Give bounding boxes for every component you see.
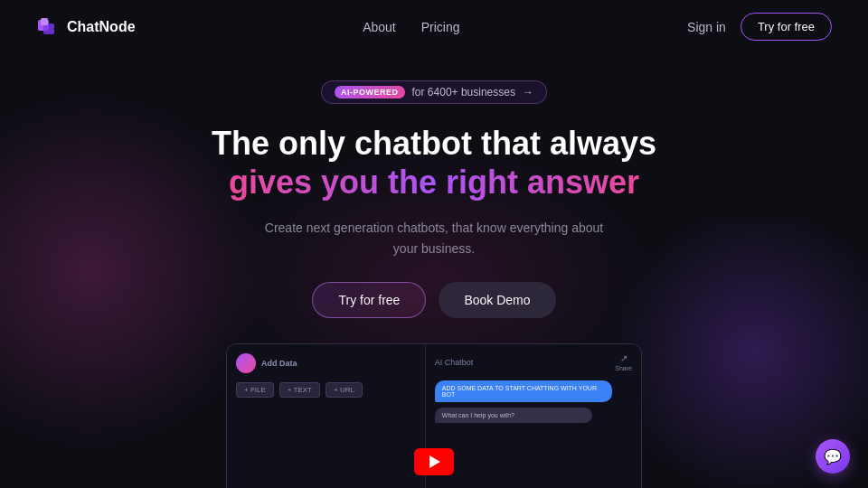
try-free-hero-button[interactable]: Try for free (312, 282, 426, 318)
nav-link-about[interactable]: About (363, 20, 396, 34)
hero-title-line2: gives you the right answer (229, 164, 639, 201)
chat-widget-button[interactable]: 💬 (816, 439, 850, 474)
try-free-nav-button[interactable]: Try for free (741, 13, 832, 41)
preview-left-title: Add Data (261, 359, 297, 368)
chat-message-2: What can I help you with? (435, 408, 593, 423)
share-icon: ↗ (620, 353, 627, 363)
add-url-button[interactable]: + URL (326, 382, 363, 398)
svg-rect-2 (41, 18, 48, 25)
preview-left-header: Add Data (236, 353, 416, 373)
nav-link-pricing[interactable]: Pricing (421, 20, 460, 34)
hero-buttons: Try for free Book Demo (312, 282, 555, 318)
nav-links: About Pricing (363, 20, 459, 34)
preview-left-panel: Add Data + FILE + TEXT + URL (227, 344, 426, 488)
add-text-button[interactable]: + TEXT (279, 382, 320, 398)
preview-right-header: AI Chatbot ↗ Share (435, 353, 632, 371)
preview-chatbot-title: AI Chatbot (435, 358, 474, 367)
hero-section: AI-POWERED for 6400+ businesses → The on… (0, 53, 868, 318)
ai-badge[interactable]: AI-POWERED for 6400+ businesses → (321, 80, 547, 104)
preview-avatar (236, 353, 256, 373)
logo-text: ChatNode (67, 19, 136, 35)
nav-actions: Sign in Try for free (687, 13, 832, 41)
book-demo-button[interactable]: Book Demo (439, 282, 555, 318)
chat-message-1: ADD SOME DATA TO START CHATTING WITH YOU… (435, 380, 612, 402)
chat-widget-icon: 💬 (824, 448, 842, 465)
share-button[interactable]: ↗ Share (615, 353, 632, 371)
logo[interactable]: ChatNode (36, 14, 136, 40)
sign-in-button[interactable]: Sign in (687, 20, 726, 34)
share-label: Share (615, 365, 632, 371)
preview-right-panel: AI Chatbot ↗ Share ADD SOME DATA TO STAR… (426, 344, 641, 488)
youtube-play-button[interactable] (414, 448, 454, 475)
hero-title-line1: The only chatbot that always (212, 125, 656, 162)
logo-icon (36, 14, 61, 40)
ai-powered-label: AI-POWERED (335, 86, 405, 99)
badge-description: for 6400+ businesses (412, 86, 515, 99)
add-file-button[interactable]: + FILE (236, 382, 274, 398)
navbar: ChatNode About Pricing Sign in Try for f… (0, 0, 868, 53)
play-triangle-icon (429, 455, 440, 468)
preview-add-buttons: + FILE + TEXT + URL (236, 382, 416, 398)
hero-title: The only chatbot that always gives you t… (212, 124, 656, 202)
hero-subtitle: Create next generation chatbots, that kn… (262, 218, 606, 258)
badge-arrow-icon: → (523, 86, 533, 99)
